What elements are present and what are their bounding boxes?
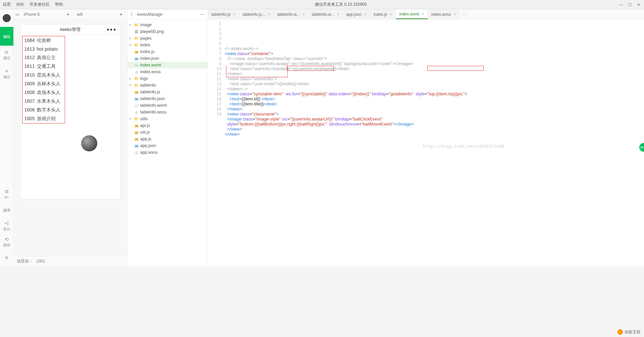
code-line[interactable]: </view>	[225, 71, 467, 76]
toolbar-item[interactable]: ≡项目	[0, 64, 13, 83]
more-icon[interactable]: ●●●	[107, 27, 117, 32]
menu-item[interactable]: 设置	[3, 2, 11, 7]
editor-tab[interactable]: app.json×	[343, 9, 370, 19]
file-label: image	[140, 22, 152, 27]
code-line[interactable]: <view class="classname">	[225, 111, 467, 116]
toolbar-item[interactable]: 编译	[0, 202, 13, 218]
toolbar-item[interactable]: 编辑	[0, 27, 13, 46]
tree-node[interactable]: tableinfo.wxml	[127, 102, 208, 109]
tree-node[interactable]: app.json	[127, 142, 208, 149]
code-lines[interactable]: <!--index.wxml--><view class="container"…	[225, 19, 467, 266]
tree-node[interactable]: app.js	[127, 136, 208, 142]
list-item[interactable]: 1613hot potato	[22, 45, 64, 53]
close-icon[interactable]: ×	[268, 12, 270, 17]
toolbar-item[interactable]: +|后台	[0, 218, 13, 234]
file-icon	[134, 117, 139, 121]
code-line[interactable]: </view>-->	[225, 86, 467, 91]
device-select[interactable]: iPhone 6▾	[21, 9, 72, 19]
app-title: keeko管理	[60, 27, 80, 33]
tree-node[interactable]: index.wxss	[127, 68, 208, 75]
editor-tab[interactable]: tableinfo.js×	[208, 9, 239, 19]
list-item[interactable]: 1610昆虫木头人	[22, 71, 64, 80]
close-icon[interactable]: ×	[453, 12, 456, 17]
code-line[interactable]: <text>{{item.title}}</text>	[225, 101, 467, 106]
file-label: tableinfo.js	[140, 90, 160, 94]
editor-tab[interactable]: tableinfo.w...×	[274, 9, 309, 19]
tree-node[interactable]: app.wxss	[127, 149, 208, 156]
tree-arrow-icon: ▸	[129, 77, 133, 80]
tree-node[interactable]: ▾index	[127, 42, 208, 48]
close-icon[interactable]: ×	[422, 12, 424, 16]
tree-node[interactable]: index.js	[127, 48, 208, 55]
tree-node[interactable]: ▾utils	[127, 115, 208, 122]
tree-node[interactable]: tableinfo.js	[127, 89, 208, 95]
list-item[interactable]: 1608农场木头人	[22, 88, 64, 97]
tree-node[interactable]: ▸logs	[127, 75, 208, 82]
code-line[interactable]: <text class="user-motto">{{motto}}</text…	[225, 81, 467, 86]
tree-node[interactable]: api.js	[127, 122, 208, 129]
toolbar-item[interactable]: ✕	[0, 250, 13, 266]
close-button[interactable]: ✕	[636, 2, 641, 7]
code-line[interactable]: <view class="usermotto">	[225, 76, 467, 81]
list-highlight-box: 1684伦敦桥1613hot potato1612真假公主1611交通工具161…	[22, 36, 65, 124]
code-line[interactable]: </view>	[225, 132, 467, 137]
editor-tab[interactable]: tableinfo.js...×	[239, 9, 274, 19]
code-line[interactable]: style="bottom:{{ballBottom}}px;right:{{b…	[225, 122, 467, 127]
editor-tab[interactable]: index.wxss×	[428, 9, 460, 19]
tabs-more[interactable]: ⋯	[460, 9, 469, 19]
list-item[interactable]: 1609丛林木头人	[22, 80, 64, 88]
toolbar-item[interactable]: ⧉e=	[0, 186, 13, 202]
menu-item[interactable]: 帮助	[55, 2, 63, 7]
tree-icon[interactable]: ⠇	[131, 12, 134, 17]
code-line[interactable]: <text class="userinfo-nickname">{{userIn…	[225, 66, 467, 71]
tree-node[interactable]: index.json	[127, 55, 208, 62]
code-line[interactable]: <view class="container">	[225, 51, 467, 56]
network-select[interactable]: wifi▾	[74, 9, 125, 19]
file-label: util.js	[140, 130, 150, 135]
list-item[interactable]: 1605游戏介绍	[22, 114, 64, 123]
tree-node[interactable]: ▾pages	[127, 35, 208, 42]
more-icon[interactable]: ⋯	[200, 12, 204, 17]
code-line[interactable]: <image class="userinfo-avatar" src="{{us…	[225, 61, 467, 66]
code-line[interactable]: <!--index.wxml-->	[225, 46, 467, 51]
close-icon[interactable]: ×	[337, 12, 339, 17]
file-label: logs	[140, 76, 148, 81]
code-line[interactable]: </view>	[225, 106, 467, 111]
maximize-button[interactable]: ☐	[627, 2, 633, 7]
tree-node[interactable]: playw00.png	[127, 28, 208, 35]
list-item[interactable]: 1607水果木头人	[22, 97, 64, 106]
tree-node[interactable]: util.js	[127, 129, 208, 136]
floating-ball[interactable]	[81, 135, 97, 151]
menu-item[interactable]: 动作	[16, 2, 24, 7]
code-line[interactable]: <text>{{item.id}} </text>	[225, 96, 467, 101]
close-icon[interactable]: ×	[303, 12, 305, 17]
minimize-button[interactable]: —	[619, 2, 624, 7]
code-line[interactable]: <image class="image-style" src="{{userIn…	[225, 116, 467, 122]
close-icon[interactable]: ×	[390, 12, 392, 17]
tree-node[interactable]: ▾image	[127, 21, 208, 28]
editor-tab[interactable]: index.wxml×	[396, 9, 428, 19]
tree-node[interactable]: ▾tableinfo	[127, 82, 208, 89]
list-item[interactable]: 1606数字木头人	[22, 106, 64, 114]
user-avatar[interactable]	[3, 14, 11, 22]
tree-node[interactable]: index.wxml	[127, 62, 208, 68]
close-icon[interactable]: ×	[233, 12, 235, 17]
editor-tab[interactable]: index.js×	[370, 9, 396, 19]
list-item[interactable]: 1684伦敦桥	[22, 36, 64, 45]
list-item[interactable]: 1612真假公主	[22, 53, 64, 62]
toolbar-item[interactable]: ⟳调试	[0, 46, 13, 64]
code-line[interactable]: <!--<view bindtap="bindViewTap" class="u…	[225, 56, 467, 61]
tree-node[interactable]: tableinfo.json	[127, 95, 208, 102]
code-area[interactable]: 12345678910111213141516171819 <!--index.…	[208, 19, 644, 266]
code-line[interactable]	[225, 137, 467, 142]
code-line[interactable]: </view>	[225, 127, 467, 132]
file-label: index.json	[140, 56, 159, 61]
menu-item[interactable]: 开发者社区	[30, 2, 50, 7]
editor-tab[interactable]: tableinfo.w...×	[309, 9, 343, 19]
code-line[interactable]: <view class="synctable-item" wx:for="{{s…	[225, 91, 467, 96]
toolbar-item[interactable]: ⟲缓存	[0, 234, 13, 250]
list-item[interactable]: 1611交通工具	[22, 62, 64, 71]
tree-node[interactable]: tableinfo.wxss	[127, 109, 208, 115]
close-icon[interactable]: ×	[364, 12, 367, 17]
status-bar: 场景值： 1001	[13, 256, 127, 266]
